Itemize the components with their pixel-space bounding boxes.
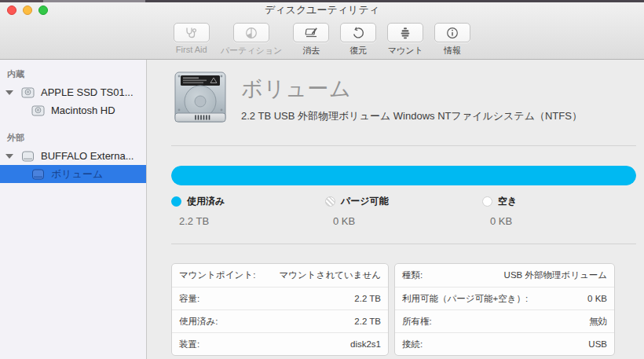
legend-label: パージ可能 bbox=[341, 195, 389, 208]
sidebar-item-apple-ssd[interactable]: APPLE SSD TS01... bbox=[0, 83, 146, 101]
window-chrome: ディスクユーティリティ First Aid bbox=[0, 2, 644, 60]
sidebar-item-volume[interactable]: ボリューム bbox=[0, 165, 146, 183]
volume-header: ボリューム 2.2 TB USB 外部物理ボリューム Windows NTファイ… bbox=[171, 69, 636, 127]
sidebar-item-macintosh-hd[interactable]: Macintosh HD bbox=[0, 101, 146, 119]
row-value: 無効 bbox=[589, 316, 607, 328]
row-value: 2.2 TB bbox=[354, 294, 381, 303]
external-disk-icon bbox=[31, 169, 45, 180]
mount-button[interactable] bbox=[387, 23, 423, 42]
legend-purgeable: パージ可能 0 KB bbox=[325, 195, 482, 227]
partition-icon bbox=[245, 27, 258, 39]
row-label: マウントポイント: bbox=[179, 269, 255, 281]
internal-disk-icon bbox=[31, 105, 45, 116]
row-label: 使用済み: bbox=[179, 316, 218, 328]
row-label: 利用可能（パージ可能+空き）: bbox=[402, 293, 528, 305]
row-label: 所有権: bbox=[402, 316, 432, 328]
divider bbox=[171, 145, 636, 146]
hard-drive-icon bbox=[171, 69, 229, 127]
sidebar: 内蔵 APPLE SSD TS01... bbox=[0, 60, 147, 359]
row-label: 接続: bbox=[402, 339, 423, 350]
disclosure-triangle-icon[interactable] bbox=[5, 90, 13, 95]
minimize-button[interactable] bbox=[23, 5, 32, 15]
free-swatch-icon bbox=[482, 196, 492, 207]
disk-utility-window: ディスクユーティリティ First Aid bbox=[0, 0, 644, 359]
table-row: 利用可能（パージ可能+空き）: 0 KB bbox=[395, 287, 614, 310]
row-value: マウントされていません bbox=[280, 269, 381, 281]
first-aid-button bbox=[174, 23, 210, 42]
main-pane: ボリューム 2.2 TB USB 外部物理ボリューム Windows NTファイ… bbox=[147, 60, 644, 359]
sidebar-section-internal: 内蔵 bbox=[0, 67, 146, 83]
volume-title: ボリューム bbox=[241, 75, 582, 103]
table-row: 種類: USB 外部物理ボリューム bbox=[395, 264, 614, 287]
traffic-lights bbox=[7, 5, 48, 15]
toolbar-first-aid: First Aid bbox=[174, 23, 210, 54]
restore-icon bbox=[352, 27, 364, 39]
legend-value: 0 KB bbox=[490, 215, 636, 227]
used-swatch-icon bbox=[171, 196, 181, 207]
toolbar-info: 情報 bbox=[434, 23, 470, 57]
erase-button[interactable] bbox=[293, 23, 329, 42]
purgeable-swatch-icon bbox=[325, 196, 335, 207]
restore-label: 復元 bbox=[349, 45, 367, 57]
row-label: 種類: bbox=[402, 269, 423, 281]
usage-legend: 使用済み 2.2 TB パージ可能 0 KB 空き 0 K bbox=[171, 195, 636, 227]
table-row: マウントポイント: マウントされていません bbox=[172, 264, 388, 287]
sidebar-item-label: ボリューム bbox=[51, 167, 103, 181]
usage-bar-used-segment bbox=[171, 166, 636, 185]
details-table-left: マウントポイント: マウントされていません 容量: 2.2 TB 使用済み: 2… bbox=[171, 263, 389, 356]
window-title: ディスクユーティリティ bbox=[265, 3, 379, 17]
mount-icon bbox=[400, 27, 411, 39]
external-disk-icon bbox=[21, 151, 35, 162]
legend-label: 使用済み bbox=[187, 195, 225, 208]
usage-bar bbox=[171, 166, 636, 185]
row-value: USB 外部物理ボリューム bbox=[504, 269, 607, 281]
table-row: 容量: 2.2 TB bbox=[172, 287, 388, 310]
close-button[interactable] bbox=[7, 5, 16, 15]
partition-label: パーティション bbox=[221, 45, 283, 57]
sidebar-item-label: Macintosh HD bbox=[51, 104, 115, 116]
first-aid-label: First Aid bbox=[176, 45, 207, 54]
table-row: 所有権: 無効 bbox=[395, 310, 614, 332]
toolbar-partition: パーティション bbox=[221, 23, 283, 57]
toolbar: First Aid パーティション bbox=[0, 18, 644, 59]
row-label: 装置: bbox=[179, 339, 199, 350]
row-label: 容量: bbox=[179, 293, 199, 305]
table-row: 使用済み: 2.2 TB bbox=[172, 310, 388, 332]
sidebar-item-label: BUFFALO Externa... bbox=[41, 150, 134, 162]
sidebar-item-label: APPLE SSD TS01... bbox=[41, 86, 134, 98]
sidebar-item-buffalo-external[interactable]: BUFFALO Externa... bbox=[0, 147, 146, 165]
info-icon bbox=[446, 27, 459, 39]
legend-value: 2.2 TB bbox=[179, 215, 325, 227]
row-value: 2.2 TB bbox=[354, 317, 381, 326]
internal-disk-icon bbox=[21, 87, 35, 98]
legend-used: 使用済み 2.2 TB bbox=[171, 195, 325, 227]
info-button[interactable] bbox=[434, 23, 470, 42]
mount-label: マウント bbox=[388, 45, 423, 57]
erase-icon bbox=[305, 27, 318, 38]
restore-button[interactable] bbox=[340, 23, 376, 42]
partition-button bbox=[233, 23, 269, 42]
toolbar-mount: マウント bbox=[387, 23, 423, 57]
legend-value: 0 KB bbox=[333, 215, 482, 227]
info-label: 情報 bbox=[444, 45, 461, 57]
sidebar-section-external: 外部 bbox=[0, 130, 146, 147]
erase-label: 消去 bbox=[302, 45, 320, 57]
zoom-button[interactable] bbox=[38, 5, 48, 15]
row-value: 0 KB bbox=[587, 294, 607, 303]
details-table-right: 種類: USB 外部物理ボリューム 利用可能（パージ可能+空き）: 0 KB 所… bbox=[394, 263, 615, 356]
legend-label: 空き bbox=[498, 195, 517, 208]
table-row: 接続: USB bbox=[395, 332, 614, 355]
legend-free: 空き 0 KB bbox=[482, 195, 636, 227]
titlebar[interactable]: ディスクユーティリティ bbox=[0, 2, 644, 18]
volume-subtitle: 2.2 TB USB 外部物理ボリューム Windows NTファイルシステム（… bbox=[241, 109, 582, 123]
table-row: 装置: disk2s1 bbox=[172, 332, 388, 355]
disclosure-triangle-icon[interactable] bbox=[5, 154, 13, 159]
toolbar-restore: 復元 bbox=[340, 23, 376, 57]
row-value: disk2s1 bbox=[350, 339, 381, 349]
toolbar-erase: 消去 bbox=[293, 23, 329, 57]
divider bbox=[171, 244, 636, 244]
first-aid-icon bbox=[185, 27, 198, 38]
row-value: USB bbox=[588, 339, 607, 349]
